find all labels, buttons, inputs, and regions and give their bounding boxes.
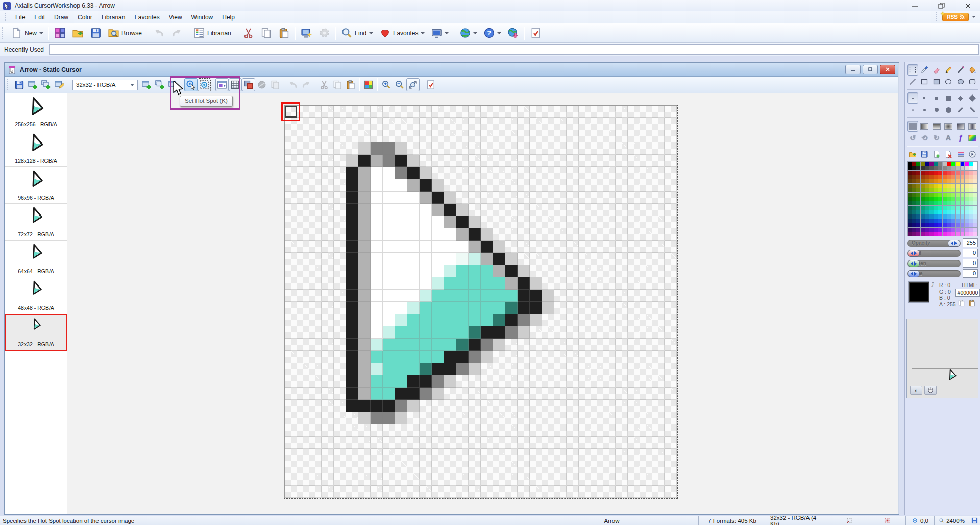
pixel-cell[interactable] <box>346 265 358 277</box>
pixel-cell[interactable] <box>309 424 322 437</box>
pixel-cell[interactable] <box>285 326 297 339</box>
pixel-cell[interactable] <box>493 130 505 142</box>
pixel-cell[interactable] <box>395 155 407 167</box>
palette-swatch[interactable] <box>908 210 912 214</box>
pixel-cell[interactable] <box>652 424 665 437</box>
palette-swatch[interactable] <box>938 193 942 197</box>
pixel-cell[interactable] <box>371 118 383 130</box>
pixel-cell[interactable] <box>371 241 383 253</box>
palette-swatch[interactable] <box>947 184 951 188</box>
pixel-cell[interactable] <box>383 167 395 179</box>
pixel-cell[interactable] <box>358 155 371 167</box>
pixel-cell[interactable] <box>554 265 567 277</box>
pixel-cell[interactable] <box>616 155 628 167</box>
pixel-cell[interactable] <box>530 400 542 412</box>
pixel-cell[interactable] <box>518 241 530 253</box>
pixel-cell[interactable] <box>346 473 358 486</box>
pixel-cell[interactable] <box>640 363 652 375</box>
pixel-cell[interactable] <box>530 351 542 363</box>
pixel-cell[interactable] <box>579 241 591 253</box>
pixel-cell[interactable] <box>469 265 481 277</box>
pixel-cell[interactable] <box>481 265 493 277</box>
palette-swatch[interactable] <box>969 197 973 201</box>
palette-swatch[interactable] <box>965 162 969 166</box>
pixel-cell[interactable] <box>309 155 322 167</box>
pixel-cell[interactable] <box>285 302 297 314</box>
pixel-cell[interactable] <box>591 351 603 363</box>
palette-swatch[interactable] <box>943 197 947 201</box>
pixel-cell[interactable] <box>309 486 322 498</box>
pixel-cell[interactable] <box>407 363 420 375</box>
pixel-cell[interactable] <box>358 461 371 473</box>
pixel-cell[interactable] <box>395 339 407 351</box>
brush-size-3[interactable] <box>931 92 942 104</box>
palette-swatch[interactable] <box>921 179 925 183</box>
pixel-cell[interactable] <box>640 216 652 228</box>
pixel-cell[interactable] <box>395 179 407 192</box>
pixel-cell[interactable] <box>518 449 530 461</box>
pixel-cell[interactable] <box>322 339 334 351</box>
pixel-cell[interactable] <box>628 106 640 118</box>
pixel-cell[interactable] <box>346 192 358 204</box>
pixel-cell[interactable] <box>518 375 530 388</box>
palette-swatch[interactable] <box>934 223 938 227</box>
palette-swatch[interactable] <box>921 210 925 214</box>
pixel-cell[interactable] <box>346 351 358 363</box>
pixel-cell[interactable] <box>371 449 383 461</box>
pixel-cell[interactable] <box>518 412 530 424</box>
pixel-cell[interactable] <box>456 486 469 498</box>
pixel-cell[interactable] <box>334 424 346 437</box>
pixel-cell[interactable] <box>322 388 334 400</box>
pixel-cell[interactable] <box>371 339 383 351</box>
pixel-cell[interactable] <box>628 253 640 265</box>
palette-swatch[interactable] <box>921 197 925 201</box>
pixel-cell[interactable] <box>665 277 677 290</box>
web-button[interactable] <box>456 25 480 41</box>
pixel-cell[interactable] <box>420 363 432 375</box>
palette-swatch[interactable] <box>943 175 947 179</box>
pixel-cell[interactable] <box>383 437 395 449</box>
adjust-colors-button[interactable] <box>362 78 375 91</box>
pixel-cell[interactable] <box>469 253 481 265</box>
pixel-cell[interactable] <box>432 461 444 473</box>
pixel-cell[interactable] <box>395 228 407 241</box>
pixel-cell[interactable] <box>395 424 407 437</box>
palette-swatch[interactable] <box>938 184 942 188</box>
palette-swatch[interactable] <box>943 162 947 166</box>
pixel-cell[interactable] <box>395 265 407 277</box>
pixel-cell[interactable] <box>309 412 322 424</box>
pixel-cell[interactable] <box>432 106 444 118</box>
pixel-cell[interactable] <box>603 339 616 351</box>
palette-swatch[interactable] <box>965 223 969 227</box>
pixel-cell[interactable] <box>481 449 493 461</box>
pixel-cell[interactable] <box>322 302 334 314</box>
pixel-cell[interactable] <box>334 437 346 449</box>
palette-swatch[interactable] <box>956 197 960 201</box>
pixel-cell[interactable] <box>383 326 395 339</box>
text-tool[interactable]: A <box>943 132 954 144</box>
pixel-cell[interactable] <box>518 167 530 179</box>
pixel-cell[interactable] <box>493 461 505 473</box>
pixel-cell[interactable] <box>407 400 420 412</box>
pixel-cell[interactable] <box>603 167 616 179</box>
pixel-cell[interactable] <box>420 192 432 204</box>
pixel-cell[interactable] <box>567 351 579 363</box>
pixel-cell[interactable] <box>505 155 518 167</box>
pixel-cell[interactable] <box>420 277 432 290</box>
palette-swatch[interactable] <box>965 232 969 236</box>
palette-swatch[interactable] <box>938 188 942 193</box>
pixel-cell[interactable] <box>432 216 444 228</box>
pixel-cell[interactable] <box>395 106 407 118</box>
pixel-cell[interactable] <box>309 449 322 461</box>
chevron-down-icon[interactable] <box>497 32 501 34</box>
palette-swatch[interactable] <box>925 188 929 193</box>
pixel-cell[interactable] <box>395 167 407 179</box>
opacity-slider-thumb[interactable] <box>948 240 960 247</box>
palette-swatch[interactable] <box>947 219 951 223</box>
palette-swatch[interactable] <box>908 201 912 205</box>
pixel-cell[interactable] <box>603 179 616 192</box>
pixel-cell[interactable] <box>309 228 322 241</box>
pixel-cell[interactable] <box>628 363 640 375</box>
brush-circle-medium[interactable] <box>931 104 942 115</box>
pixel-cell[interactable] <box>456 265 469 277</box>
